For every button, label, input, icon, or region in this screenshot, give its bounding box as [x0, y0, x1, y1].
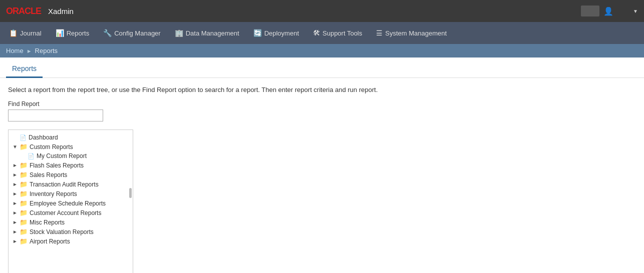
folder-icon-custom: 📁	[20, 143, 28, 150]
deployment-icon: 🔄	[253, 29, 262, 37]
tree-item-customer-account[interactable]: ► 📁 Customer Account Reports	[9, 208, 133, 218]
tree-item-custom-reports[interactable]: ▼ 📁 Custom Reports	[9, 142, 133, 152]
tree-item-inventory[interactable]: ► 📁 Inventory Reports	[9, 189, 133, 198]
nav-label-system: System Management	[385, 30, 447, 37]
tree-item-my-custom-report[interactable]: 📄 My Custom Report	[9, 152, 133, 160]
nav-item-config[interactable]: 🔧 Config Manager	[96, 22, 168, 44]
tree-label-airport: Airport Reports	[30, 238, 70, 245]
nav-item-system[interactable]: ☰ System Management	[369, 22, 454, 44]
data-icon: 🏢	[175, 29, 183, 37]
top-bar-button[interactable]	[581, 6, 599, 16]
folder-icon-transaction: 📁	[20, 180, 28, 188]
nav-item-support[interactable]: 🛠 Support Tools	[306, 22, 369, 44]
nav-label-reports: Reports	[67, 30, 90, 37]
folder-icon-sales: 📁	[20, 171, 28, 178]
tree-item-flash-sales[interactable]: ► 📁 Flash Sales Reports	[9, 160, 133, 170]
tree-toggle-airport: ►	[13, 238, 20, 244]
scrollbar-handle	[129, 188, 132, 198]
file-icon-dashboard: 📄	[20, 134, 27, 141]
instruction-text: Select a report from the report tree, or…	[8, 86, 636, 94]
nav-item-data[interactable]: 🏢 Data Management	[168, 22, 246, 44]
tree-item-dashboard[interactable]: 📄 Dashboard	[9, 133, 133, 142]
top-bar-right: 👤 ▼	[581, 6, 638, 16]
find-report-label: Find Report	[8, 100, 636, 108]
tree-item-employee-schedule[interactable]: ► 📁 Employee Schedule Reports	[9, 198, 133, 208]
content-area: Reports Select a report from the report …	[0, 58, 644, 273]
tree-toggle-sales: ►	[13, 172, 20, 178]
user-icon: 👤	[603, 6, 613, 16]
folder-icon-stock: 📁	[20, 228, 28, 236]
nav-label-support: Support Tools	[323, 30, 362, 37]
folder-icon-misc: 📁	[20, 218, 28, 226]
tree-label-dashboard: Dashboard	[29, 134, 58, 141]
config-icon: 🔧	[103, 29, 112, 37]
tree-label-misc: Misc Reports	[30, 219, 65, 226]
tree-label-stock: Stock Valuation Reports	[30, 228, 94, 236]
folder-icon-flash: 📁	[20, 162, 28, 169]
support-icon: 🛠	[313, 29, 320, 37]
tree-label-mycustom: My Custom Report	[37, 152, 87, 160]
tree-toggle-flash: ►	[13, 162, 20, 168]
tree-toggle-employee: ►	[13, 200, 20, 206]
reports-icon: 📊	[56, 29, 64, 37]
tree-label-employee: Employee Schedule Reports	[30, 200, 106, 207]
nav-label-deployment: Deployment	[264, 30, 299, 37]
journal-icon: 📋	[9, 29, 18, 37]
tree-toggle-inventory: ►	[13, 191, 20, 196]
nav-item-journal[interactable]: 📋 Journal	[2, 22, 49, 44]
page-body: Select a report from the report tree, or…	[0, 78, 644, 273]
tree-item-sales-reports[interactable]: ► 📁 Sales Reports	[9, 170, 133, 180]
tree-item-misc-reports[interactable]: ► 📁 Misc Reports	[9, 218, 133, 227]
folder-icon-inventory: 📁	[20, 190, 28, 198]
tree-label-customer: Customer Account Reports	[30, 210, 101, 216]
tree-toggle-transaction: ►	[13, 182, 20, 187]
find-report-section: Find Report	[8, 100, 636, 122]
breadcrumb-separator-icon: ►	[27, 48, 32, 54]
top-bar: ORACLE Xadmin 👤 ▼	[0, 0, 644, 22]
tree-toggle-custom: ▼	[13, 144, 20, 150]
tree-scroll[interactable]: 📄 Dashboard ▼ 📁 Custom Reports 📄 My Cust…	[9, 130, 133, 273]
tree-label-custom: Custom Reports	[30, 144, 73, 150]
folder-icon-airport: 📁	[20, 238, 28, 245]
find-report-input[interactable]	[8, 110, 103, 122]
nav-label-data: Data Management	[186, 30, 239, 37]
tree-item-airport-reports[interactable]: ► 📁 Airport Reports	[9, 236, 133, 246]
tree-label-flash: Flash Sales Reports	[30, 162, 84, 169]
tab-reports[interactable]: Reports	[6, 62, 43, 78]
oracle-logo: ORACLE	[6, 6, 41, 16]
nav-bar: 📋 Journal 📊 Reports 🔧 Config Manager 🏢 D…	[0, 22, 644, 44]
tree-label-sales: Sales Reports	[30, 172, 67, 178]
nav-label-config: Config Manager	[114, 30, 161, 37]
tab-bar: Reports	[0, 58, 644, 78]
tree-item-transaction-audit[interactable]: ► 📁 Transaction Audit Reports	[9, 180, 133, 189]
tree-item-stock-valuation[interactable]: ► 📁 Stock Valuation Reports	[9, 227, 133, 236]
tree-panel: 📄 Dashboard ▼ 📁 Custom Reports 📄 My Cust…	[8, 130, 133, 273]
file-icon-mycustom: 📄	[28, 153, 35, 160]
breadcrumb: Home ► Reports	[0, 44, 644, 58]
tree-toggle-misc: ►	[13, 220, 20, 225]
dropdown-arrow-icon: ▼	[633, 8, 638, 14]
tree-label-inventory: Inventory Reports	[30, 190, 77, 198]
breadcrumb-home[interactable]: Home	[6, 47, 24, 54]
user-name	[617, 8, 629, 14]
top-bar-left: ORACLE Xadmin	[6, 6, 74, 16]
folder-icon-customer: 📁	[20, 209, 28, 216]
tree-toggle-customer: ►	[13, 210, 20, 216]
system-icon: ☰	[376, 29, 383, 37]
breadcrumb-current: Reports	[35, 47, 58, 54]
tree-toggle-stock: ►	[13, 229, 20, 234]
tree-label-transaction: Transaction Audit Reports	[30, 181, 99, 188]
nav-item-reports[interactable]: 📊 Reports	[49, 22, 97, 44]
nav-item-deployment[interactable]: 🔄 Deployment	[246, 22, 306, 44]
app-name: Xadmin	[48, 7, 74, 16]
nav-label-journal: Journal	[20, 30, 42, 37]
folder-icon-employee: 📁	[20, 200, 28, 207]
